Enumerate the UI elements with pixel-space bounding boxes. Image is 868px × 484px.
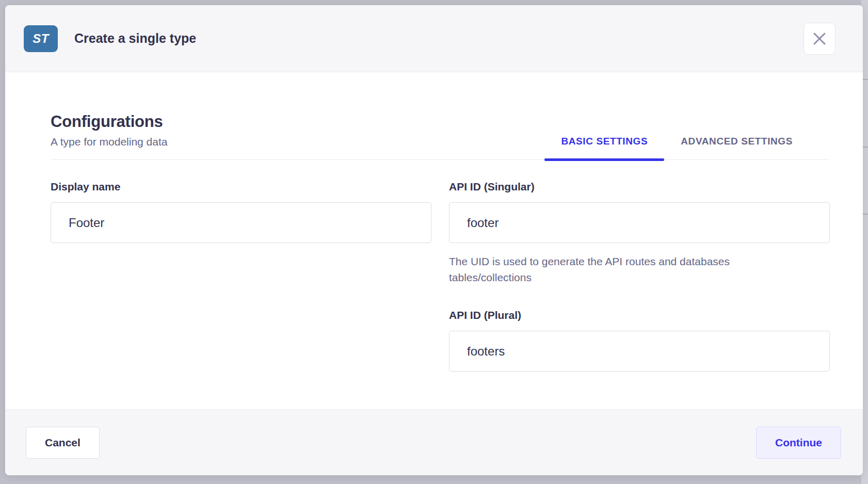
tab-basic-settings[interactable]: BASIC SETTINGS bbox=[544, 136, 664, 159]
configuration-form: Display name API ID (Singular) The UID i… bbox=[51, 181, 830, 372]
create-single-type-modal: ST Create a single type Configurations A… bbox=[5, 5, 863, 475]
single-type-badge-icon: ST bbox=[24, 25, 58, 52]
form-column-left: Display name bbox=[51, 181, 431, 372]
api-id-plural-label: API ID (Plural) bbox=[449, 309, 830, 321]
section-titles: Configurations A type for modeling data bbox=[51, 112, 167, 159]
section-subtitle: A type for modeling data bbox=[51, 136, 167, 148]
modal-title: Create a single type bbox=[74, 31, 196, 46]
close-button[interactable] bbox=[803, 23, 835, 55]
modal-footer: Cancel Continue bbox=[5, 409, 863, 475]
section-head-row: Configurations A type for modeling data … bbox=[51, 112, 830, 160]
api-id-singular-field: API ID (Singular) The UID is used to gen… bbox=[449, 181, 830, 285]
api-id-singular-label: API ID (Singular) bbox=[449, 181, 830, 193]
api-id-plural-field: API ID (Plural) bbox=[449, 309, 830, 372]
settings-tabs: BASIC SETTINGS ADVANCED SETTINGS bbox=[544, 136, 830, 159]
continue-button[interactable]: Continue bbox=[756, 427, 841, 459]
display-name-input[interactable] bbox=[51, 202, 431, 243]
tab-advanced-settings[interactable]: ADVANCED SETTINGS bbox=[664, 136, 809, 159]
close-icon bbox=[813, 32, 826, 45]
modal-body: Configurations A type for modeling data … bbox=[5, 72, 863, 372]
api-id-plural-input[interactable] bbox=[449, 331, 830, 372]
display-name-field: Display name bbox=[51, 181, 431, 243]
api-id-singular-hint: The UID is used to generate the API rout… bbox=[449, 253, 790, 285]
modal-header: ST Create a single type bbox=[5, 5, 863, 72]
api-id-singular-input[interactable] bbox=[449, 202, 830, 243]
section-title: Configurations bbox=[51, 112, 167, 131]
form-column-right: API ID (Singular) The UID is used to gen… bbox=[449, 181, 830, 372]
display-name-label: Display name bbox=[51, 181, 431, 193]
cancel-button[interactable]: Cancel bbox=[26, 427, 100, 459]
